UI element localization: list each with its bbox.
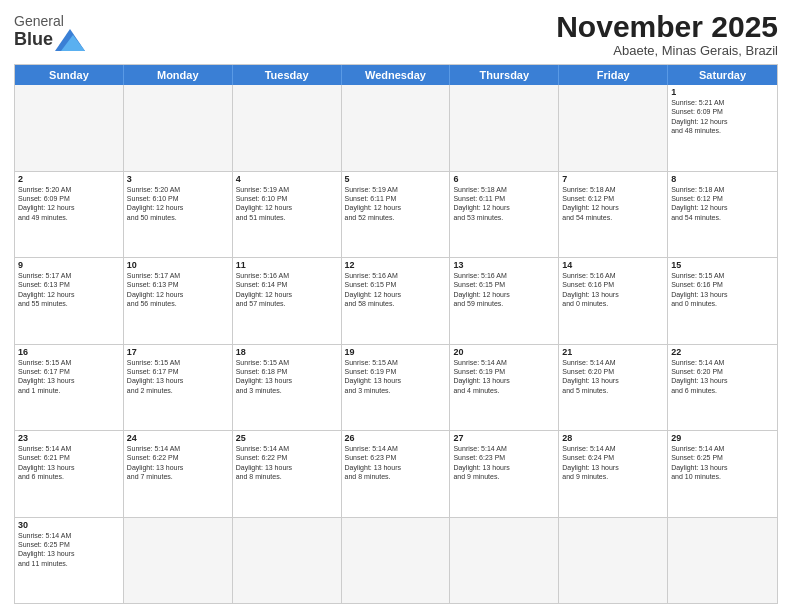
cell-w3-d2: 18Sunrise: 5:15 AM Sunset: 6:18 PM Dayli…	[233, 345, 342, 431]
day-number: 19	[345, 347, 447, 357]
day-info: Sunrise: 5:18 AM Sunset: 6:12 PM Dayligh…	[562, 185, 664, 223]
cell-w2-d3: 12Sunrise: 5:16 AM Sunset: 6:15 PM Dayli…	[342, 258, 451, 344]
day-number: 7	[562, 174, 664, 184]
logo-icon	[55, 29, 85, 51]
day-number: 29	[671, 433, 774, 443]
day-info: Sunrise: 5:20 AM Sunset: 6:09 PM Dayligh…	[18, 185, 120, 223]
location: Abaete, Minas Gerais, Brazil	[556, 43, 778, 58]
week-row-4: 23Sunrise: 5:14 AM Sunset: 6:21 PM Dayli…	[15, 430, 777, 517]
cell-w2-d4: 13Sunrise: 5:16 AM Sunset: 6:15 PM Dayli…	[450, 258, 559, 344]
day-info: Sunrise: 5:14 AM Sunset: 6:22 PM Dayligh…	[127, 444, 229, 482]
day-number: 9	[18, 260, 120, 270]
day-info: Sunrise: 5:17 AM Sunset: 6:13 PM Dayligh…	[127, 271, 229, 309]
day-number: 30	[18, 520, 120, 530]
page: General Blue November 2025 Abaete, Minas…	[0, 0, 792, 612]
day-number: 21	[562, 347, 664, 357]
title-block: November 2025 Abaete, Minas Gerais, Braz…	[556, 10, 778, 58]
cell-w3-d5: 21Sunrise: 5:14 AM Sunset: 6:20 PM Dayli…	[559, 345, 668, 431]
day-number: 25	[236, 433, 338, 443]
day-info: Sunrise: 5:16 AM Sunset: 6:15 PM Dayligh…	[345, 271, 447, 309]
day-info: Sunrise: 5:15 AM Sunset: 6:17 PM Dayligh…	[127, 358, 229, 396]
cell-w5-d3	[342, 518, 451, 604]
day-info: Sunrise: 5:15 AM Sunset: 6:16 PM Dayligh…	[671, 271, 774, 309]
day-number: 26	[345, 433, 447, 443]
day-info: Sunrise: 5:21 AM Sunset: 6:09 PM Dayligh…	[671, 98, 774, 136]
day-info: Sunrise: 5:14 AM Sunset: 6:23 PM Dayligh…	[345, 444, 447, 482]
day-number: 2	[18, 174, 120, 184]
week-row-1: 2Sunrise: 5:20 AM Sunset: 6:09 PM Daylig…	[15, 171, 777, 258]
cell-w0-d3	[342, 85, 451, 171]
day-info: Sunrise: 5:19 AM Sunset: 6:11 PM Dayligh…	[345, 185, 447, 223]
day-info: Sunrise: 5:16 AM Sunset: 6:16 PM Dayligh…	[562, 271, 664, 309]
cell-w3-d4: 20Sunrise: 5:14 AM Sunset: 6:19 PM Dayli…	[450, 345, 559, 431]
header-saturday: Saturday	[668, 65, 777, 85]
cell-w2-d6: 15Sunrise: 5:15 AM Sunset: 6:16 PM Dayli…	[668, 258, 777, 344]
header-thursday: Thursday	[450, 65, 559, 85]
cell-w0-d1	[124, 85, 233, 171]
cell-w5-d1	[124, 518, 233, 604]
day-number: 15	[671, 260, 774, 270]
week-row-2: 9Sunrise: 5:17 AM Sunset: 6:13 PM Daylig…	[15, 257, 777, 344]
day-info: Sunrise: 5:16 AM Sunset: 6:15 PM Dayligh…	[453, 271, 555, 309]
cell-w2-d5: 14Sunrise: 5:16 AM Sunset: 6:16 PM Dayli…	[559, 258, 668, 344]
cell-w0-d2	[233, 85, 342, 171]
calendar: Sunday Monday Tuesday Wednesday Thursday…	[14, 64, 778, 604]
cell-w4-d2: 25Sunrise: 5:14 AM Sunset: 6:22 PM Dayli…	[233, 431, 342, 517]
cell-w5-d6	[668, 518, 777, 604]
cell-w2-d2: 11Sunrise: 5:16 AM Sunset: 6:14 PM Dayli…	[233, 258, 342, 344]
cell-w4-d6: 29Sunrise: 5:14 AM Sunset: 6:25 PM Dayli…	[668, 431, 777, 517]
day-info: Sunrise: 5:14 AM Sunset: 6:23 PM Dayligh…	[453, 444, 555, 482]
header-monday: Monday	[124, 65, 233, 85]
day-number: 17	[127, 347, 229, 357]
day-info: Sunrise: 5:16 AM Sunset: 6:14 PM Dayligh…	[236, 271, 338, 309]
day-number: 1	[671, 87, 774, 97]
cell-w1-d0: 2Sunrise: 5:20 AM Sunset: 6:09 PM Daylig…	[15, 172, 124, 258]
cell-w1-d2: 4Sunrise: 5:19 AM Sunset: 6:10 PM Daylig…	[233, 172, 342, 258]
day-info: Sunrise: 5:14 AM Sunset: 6:20 PM Dayligh…	[671, 358, 774, 396]
day-number: 11	[236, 260, 338, 270]
cell-w5-d2	[233, 518, 342, 604]
day-number: 28	[562, 433, 664, 443]
cell-w0-d6: 1Sunrise: 5:21 AM Sunset: 6:09 PM Daylig…	[668, 85, 777, 171]
day-info: Sunrise: 5:17 AM Sunset: 6:13 PM Dayligh…	[18, 271, 120, 309]
cell-w4-d0: 23Sunrise: 5:14 AM Sunset: 6:21 PM Dayli…	[15, 431, 124, 517]
day-number: 8	[671, 174, 774, 184]
cell-w2-d1: 10Sunrise: 5:17 AM Sunset: 6:13 PM Dayli…	[124, 258, 233, 344]
day-number: 6	[453, 174, 555, 184]
week-row-3: 16Sunrise: 5:15 AM Sunset: 6:17 PM Dayli…	[15, 344, 777, 431]
cell-w3-d6: 22Sunrise: 5:14 AM Sunset: 6:20 PM Dayli…	[668, 345, 777, 431]
cell-w4-d4: 27Sunrise: 5:14 AM Sunset: 6:23 PM Dayli…	[450, 431, 559, 517]
day-number: 23	[18, 433, 120, 443]
cell-w5-d0: 30Sunrise: 5:14 AM Sunset: 6:25 PM Dayli…	[15, 518, 124, 604]
cell-w3-d3: 19Sunrise: 5:15 AM Sunset: 6:19 PM Dayli…	[342, 345, 451, 431]
calendar-body: 1Sunrise: 5:21 AM Sunset: 6:09 PM Daylig…	[15, 85, 777, 603]
week-row-5: 30Sunrise: 5:14 AM Sunset: 6:25 PM Dayli…	[15, 517, 777, 604]
calendar-header: Sunday Monday Tuesday Wednesday Thursday…	[15, 65, 777, 85]
day-number: 24	[127, 433, 229, 443]
day-number: 16	[18, 347, 120, 357]
header-friday: Friday	[559, 65, 668, 85]
cell-w2-d0: 9Sunrise: 5:17 AM Sunset: 6:13 PM Daylig…	[15, 258, 124, 344]
day-number: 5	[345, 174, 447, 184]
week-row-0: 1Sunrise: 5:21 AM Sunset: 6:09 PM Daylig…	[15, 85, 777, 171]
day-info: Sunrise: 5:14 AM Sunset: 6:19 PM Dayligh…	[453, 358, 555, 396]
logo-text: General Blue	[14, 14, 85, 51]
month-title: November 2025	[556, 10, 778, 43]
cell-w5-d4	[450, 518, 559, 604]
day-info: Sunrise: 5:15 AM Sunset: 6:17 PM Dayligh…	[18, 358, 120, 396]
cell-w4-d1: 24Sunrise: 5:14 AM Sunset: 6:22 PM Dayli…	[124, 431, 233, 517]
cell-w1-d6: 8Sunrise: 5:18 AM Sunset: 6:12 PM Daylig…	[668, 172, 777, 258]
day-number: 22	[671, 347, 774, 357]
day-info: Sunrise: 5:14 AM Sunset: 6:22 PM Dayligh…	[236, 444, 338, 482]
day-number: 13	[453, 260, 555, 270]
day-info: Sunrise: 5:18 AM Sunset: 6:12 PM Dayligh…	[671, 185, 774, 223]
cell-w0-d0	[15, 85, 124, 171]
header-wednesday: Wednesday	[342, 65, 451, 85]
day-info: Sunrise: 5:15 AM Sunset: 6:18 PM Dayligh…	[236, 358, 338, 396]
day-info: Sunrise: 5:20 AM Sunset: 6:10 PM Dayligh…	[127, 185, 229, 223]
cell-w4-d5: 28Sunrise: 5:14 AM Sunset: 6:24 PM Dayli…	[559, 431, 668, 517]
header-sunday: Sunday	[15, 65, 124, 85]
cell-w0-d5	[559, 85, 668, 171]
day-info: Sunrise: 5:14 AM Sunset: 6:20 PM Dayligh…	[562, 358, 664, 396]
day-info: Sunrise: 5:14 AM Sunset: 6:25 PM Dayligh…	[671, 444, 774, 482]
